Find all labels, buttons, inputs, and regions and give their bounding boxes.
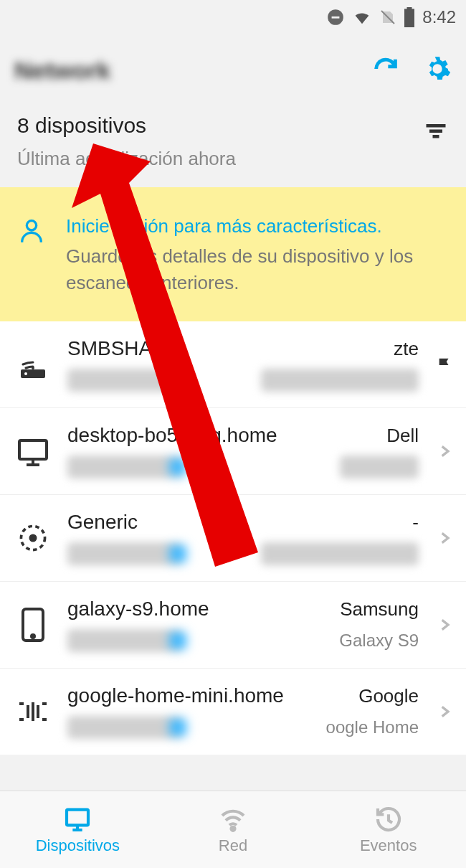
- desktop-icon: [14, 433, 52, 470]
- login-banner[interactable]: Inicie sesión para más características. …: [0, 187, 466, 321]
- svg-rect-3: [407, 7, 412, 10]
- device-brand: -: [412, 511, 419, 534]
- last-update: Última actualización ahora: [17, 148, 423, 170]
- target-icon: [14, 519, 52, 557]
- clock: 8:42: [422, 7, 456, 27]
- device-row[interactable]: SMBSHARE zte: [0, 321, 466, 408]
- nav-label: Dispositivos: [36, 836, 120, 855]
- user-icon: [17, 216, 46, 296]
- chevron-right-icon: [434, 528, 455, 548]
- device-ip-hidden: [67, 716, 182, 739]
- device-brand: Dell: [386, 425, 419, 447]
- dnd-icon: [326, 8, 345, 27]
- svg-point-13: [29, 534, 37, 542]
- phone-icon: [14, 606, 52, 643]
- svg-rect-4: [427, 124, 446, 128]
- device-name: google-home-mini.home: [67, 684, 284, 707]
- device-row[interactable]: desktop-bo5s1dg.home Dell: [0, 408, 466, 495]
- nav-label: Eventos: [360, 836, 417, 855]
- battery-icon: [404, 7, 415, 27]
- app-header: Network: [0, 34, 466, 106]
- device-brand: Samsung: [340, 598, 419, 621]
- chevron-right-icon: [434, 615, 455, 635]
- router-icon: [14, 346, 52, 383]
- device-ip-hidden: [67, 542, 182, 565]
- svg-point-9: [24, 372, 27, 375]
- chevron-right-icon: [434, 702, 455, 722]
- nav-events[interactable]: Eventos: [310, 791, 466, 868]
- refresh-button[interactable]: [371, 55, 400, 86]
- voice-device-icon: [14, 693, 52, 730]
- banner-title: Inicie sesión para más características.: [66, 213, 449, 239]
- device-model: Galaxy S9: [339, 631, 419, 651]
- device-name: desktop-bo5s1dg.home: [67, 424, 277, 447]
- svg-rect-16: [67, 809, 88, 825]
- device-mac-hidden: [261, 369, 419, 392]
- device-model: oogle Home: [326, 717, 419, 737]
- flag-icon: [434, 357, 455, 372]
- device-row[interactable]: Generic -: [0, 495, 466, 582]
- svg-rect-11: [19, 440, 47, 459]
- svg-rect-6: [433, 135, 439, 138]
- wifi-icon: [352, 7, 372, 27]
- device-row[interactable]: galaxy-s9.home Samsung Galaxy S9: [0, 582, 466, 669]
- svg-point-17: [232, 826, 235, 830]
- settings-button[interactable]: [423, 55, 452, 86]
- nav-network[interactable]: Red: [156, 791, 311, 868]
- device-name: SMBSHARE: [67, 337, 180, 360]
- device-mac-hidden: [261, 542, 419, 565]
- device-name: Generic: [67, 511, 138, 534]
- device-count: 8 dispositivos: [17, 113, 423, 138]
- device-name: galaxy-s9.home: [67, 598, 209, 621]
- filter-button[interactable]: [423, 118, 449, 146]
- no-sim-icon: [379, 7, 396, 27]
- status-bar: 8:42: [0, 0, 466, 34]
- device-brand: zte: [394, 338, 419, 360]
- device-list: SMBSHARE zte desktop-bo5s1dg.home Dell: [0, 321, 466, 755]
- bottom-nav: Dispositivos Red Eventos: [0, 791, 466, 868]
- chevron-right-icon: [434, 441, 455, 461]
- banner-subtitle: Guarde los detalles de su dispositivo y …: [66, 243, 449, 296]
- svg-point-15: [32, 635, 34, 638]
- svg-rect-5: [429, 130, 442, 133]
- device-ip-hidden: [67, 369, 182, 392]
- network-name[interactable]: Network: [14, 57, 371, 85]
- device-row[interactable]: google-home-mini.home Google oogle Home: [0, 669, 466, 755]
- device-brand: Google: [358, 685, 419, 707]
- nav-label: Red: [219, 836, 247, 855]
- subheader: 8 dispositivos Última actualización ahor…: [0, 106, 466, 187]
- device-ip-hidden: [67, 629, 182, 652]
- nav-devices[interactable]: Dispositivos: [0, 791, 156, 868]
- svg-rect-1: [332, 16, 340, 19]
- device-ip-hidden: [67, 456, 182, 478]
- device-mac-hidden: [340, 456, 419, 478]
- svg-rect-2: [404, 9, 414, 27]
- svg-point-7: [27, 221, 36, 230]
- svg-point-10: [32, 367, 34, 369]
